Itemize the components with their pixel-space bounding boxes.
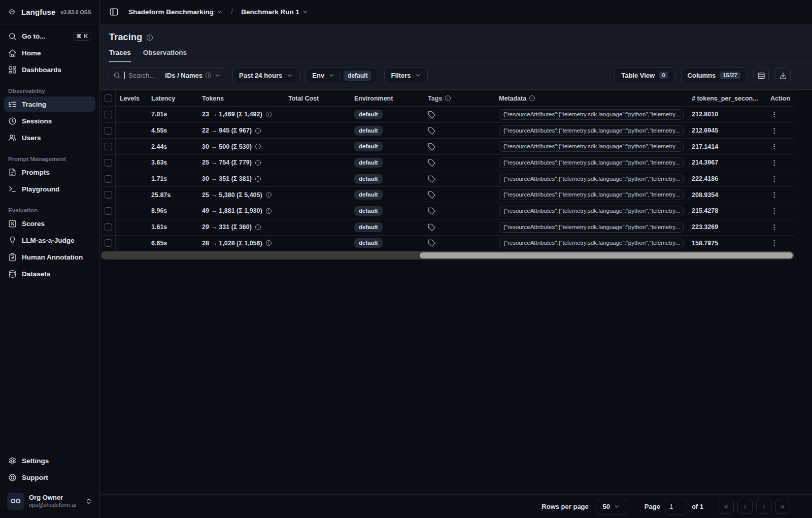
sidebar-item-scores[interactable]: Scores [4,216,95,231]
sidebar-item-llm-as-a-judge[interactable]: LLM-as-a-Judge [4,233,95,248]
next-page-button[interactable]: › [756,499,771,514]
row-actions-button[interactable] [766,127,795,135]
metadata-cell[interactable]: {"resourceAttributes":{"telemetry.sdk.la… [495,222,688,233]
environment-badge: default [354,174,383,184]
table-row[interactable]: 3.63s 25 → 754 (Σ 779) default [101,155,794,171]
table-row[interactable]: 4.55s 22 → 945 (Σ 967) default [101,123,794,139]
more-vertical-icon [770,191,778,199]
select-all-cell [101,90,116,106]
metadata-cell[interactable]: {"resourceAttributes":{"telemetry.sdk.la… [495,125,688,136]
sidebar-item-datasets[interactable]: Datasets [4,266,95,281]
row-actions-button[interactable] [766,111,795,118]
breadcrumb-project[interactable]: Benchmark Run 1 [238,6,312,18]
horizontal-scrollbar[interactable] [101,251,794,260]
sidebar-item-support[interactable]: Support [4,470,95,485]
tags-cell[interactable] [424,175,495,183]
export-button[interactable] [775,68,791,83]
row-checkbox[interactable] [105,175,112,183]
tags-cell[interactable] [424,207,495,215]
metadata-pill[interactable]: {"resourceAttributes":{"telemetry.sdk.la… [499,109,684,120]
metadata-cell[interactable]: {"resourceAttributes":{"telemetry.sdk.la… [495,174,688,184]
tab-observations[interactable]: Observations [143,49,187,62]
row-checkbox[interactable] [105,127,112,135]
tab-traces[interactable]: Traces [109,49,131,62]
goto-search[interactable]: Go to... ⌘ K [4,28,95,44]
info-icon [255,224,261,231]
metadata-pill[interactable]: {"resourceAttributes":{"telemetry.sdk.la… [499,189,684,200]
row-actions-button[interactable] [766,143,795,150]
tags-cell[interactable] [424,239,495,247]
sidebar-item-prompts[interactable]: Prompts [4,165,95,180]
time-range-dropdown[interactable]: Past 24 hours [232,68,299,83]
panel-left-icon [109,7,119,17]
select-all-checkbox[interactable] [105,94,112,102]
search-type-dropdown[interactable]: IDs / Names [165,72,221,79]
metadata-pill[interactable]: {"resourceAttributes":{"telemetry.sdk.la… [499,238,684,248]
filters-dropdown[interactable]: Filters [384,68,428,83]
sidebar-item-label: Prompts [22,169,50,176]
breadcrumb-org[interactable]: Shadeform Benchmarking [125,6,226,18]
table-row[interactable]: 25.87s 25 → 5,380 (Σ 5,405) default [101,187,794,203]
metadata-pill[interactable]: {"resourceAttributes":{"telemetry.sdk.la… [499,157,684,168]
last-page-button[interactable]: » [775,499,790,514]
row-actions-button[interactable] [766,159,795,167]
environment-cell: default [350,126,424,136]
row-actions-button[interactable] [766,175,795,183]
table-row[interactable]: 8.96s 49 → 1,881 (Σ 1,930) default [101,203,794,219]
table-row[interactable]: 2.44s 30 → 500 (Σ 530) default [101,139,794,155]
rows-per-page-select[interactable]: 50 [596,499,627,514]
sidebar-item-sessions[interactable]: Sessions [4,113,95,128]
prev-page-button[interactable]: ‹ [737,499,753,514]
row-checkbox[interactable] [105,223,112,231]
table-view-button[interactable]: Table View 0 [615,68,674,83]
tags-cell[interactable] [424,143,495,150]
sidebar-item-playground[interactable]: Playground [4,181,95,197]
metadata-pill[interactable]: {"resourceAttributes":{"telemetry.sdk.la… [499,222,684,233]
search-input[interactable]: Search... IDs / Names [108,68,226,83]
row-checkbox[interactable] [105,159,112,167]
row-actions-button[interactable] [766,207,795,215]
sidebar-item-tracing[interactable]: Tracing [4,96,95,112]
metadata-cell[interactable]: {"resourceAttributes":{"telemetry.sdk.la… [495,157,688,168]
scrollbar-thumb[interactable] [420,252,793,258]
metadata-cell[interactable]: {"resourceAttributes":{"telemetry.sdk.la… [495,109,688,120]
table-row[interactable]: 7.01s 23 → 1,469 (Σ 1,492) default [101,107,794,123]
row-height-button[interactable] [753,68,769,83]
sidebar-item-dashboards[interactable]: Dashboards [4,62,95,77]
columns-button[interactable]: Columns 15/27 [681,68,747,83]
row-checkbox[interactable] [105,239,112,247]
table-row[interactable]: 6.65s 28 → 1,028 (Σ 1,056) default [101,236,794,252]
metadata-cell[interactable]: {"resourceAttributes":{"telemetry.sdk.la… [495,206,688,216]
sidebar-item-human-annotation[interactable]: Human Annotation [4,249,95,265]
row-checkbox[interactable] [105,191,112,199]
latency-cell: 3.63s [147,159,198,166]
first-page-button[interactable]: « [719,499,734,514]
page-number-input[interactable] [665,499,687,514]
sidebar-item-home[interactable]: Home [4,45,95,60]
table-row[interactable]: 1.61s 29 → 331 (Σ 360) default [101,219,794,236]
account-menu[interactable]: OO Org Owner ops@shadeform.ai [4,487,95,518]
metadata-cell[interactable]: {"resourceAttributes":{"telemetry.sdk.la… [495,141,688,152]
row-actions-button[interactable] [766,239,795,247]
sidebar-item-settings[interactable]: Settings [4,453,95,468]
row-actions-button[interactable] [766,223,795,231]
tags-cell[interactable] [424,111,495,118]
env-filter[interactable]: Env default [306,68,378,83]
metadata-pill[interactable]: {"resourceAttributes":{"telemetry.sdk.la… [499,125,684,136]
metadata-cell[interactable]: {"resourceAttributes":{"telemetry.sdk.la… [495,189,688,200]
table-row[interactable]: 1.71s 30 → 351 (Σ 381) default [101,171,794,187]
row-checkbox[interactable] [105,111,112,118]
metadata-cell[interactable]: {"resourceAttributes":{"telemetry.sdk.la… [495,238,688,248]
row-checkbox[interactable] [105,143,112,150]
sidebar-item-users[interactable]: Users [4,130,95,145]
tags-cell[interactable] [424,223,495,231]
row-checkbox[interactable] [105,207,112,215]
tags-cell[interactable] [424,191,495,199]
tags-cell[interactable] [424,127,495,135]
row-actions-button[interactable] [766,191,795,199]
metadata-pill[interactable]: {"resourceAttributes":{"telemetry.sdk.la… [499,206,684,216]
metadata-pill[interactable]: {"resourceAttributes":{"telemetry.sdk.la… [499,141,684,152]
tags-cell[interactable] [424,159,495,167]
metadata-pill[interactable]: {"resourceAttributes":{"telemetry.sdk.la… [499,174,684,184]
toggle-sidebar-button[interactable] [106,5,121,20]
